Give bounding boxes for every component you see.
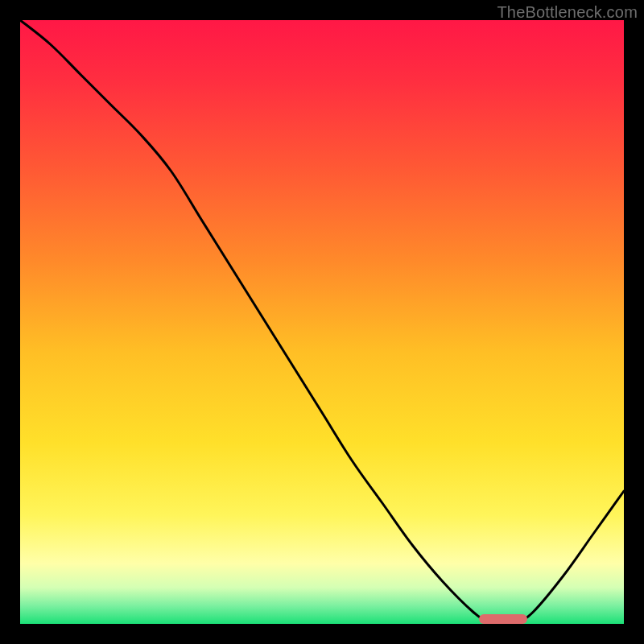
minimum-marker bbox=[479, 614, 527, 624]
bottleneck-curve bbox=[20, 20, 624, 624]
chart-plot-area bbox=[20, 20, 624, 624]
watermark-text: TheBottleneck.com bbox=[497, 3, 638, 22]
